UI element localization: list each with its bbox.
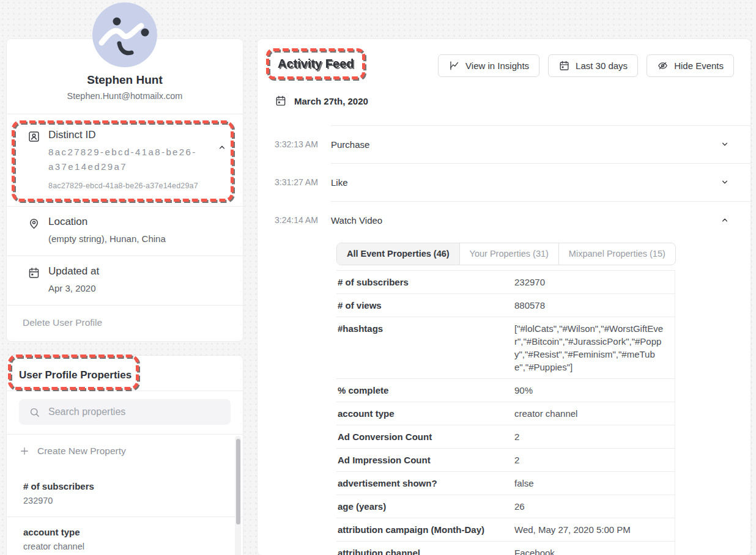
search-properties-input[interactable] bbox=[48, 406, 221, 417]
distinct-id-body: Distinct ID 8ac27829-ebcd-41a8-be26-a37e… bbox=[48, 129, 215, 190]
table-row: # of views 880578 bbox=[336, 294, 675, 317]
property-key: age (years) bbox=[336, 495, 514, 518]
event-properties-panel: All Event Properties (46) Your Propertie… bbox=[336, 243, 675, 555]
property-key: Ad Conversion Count bbox=[336, 425, 514, 448]
distinct-id-full-value: 8ac27829-ebcd-41a8-be26-a37e14ed29a7 bbox=[48, 182, 215, 190]
event-time: 3:32:13 AM bbox=[275, 139, 331, 149]
search-properties-box[interactable] bbox=[19, 399, 231, 425]
table-row: attribution campaign (Month-Day) Wed, Ma… bbox=[336, 518, 675, 542]
button-label: Last 30 days bbox=[576, 61, 628, 71]
property-key: account type bbox=[336, 402, 514, 425]
scrollbar-thumb[interactable] bbox=[236, 439, 240, 524]
chevron-down-icon bbox=[719, 138, 731, 150]
location-pin-icon bbox=[28, 217, 40, 245]
event-name: Like bbox=[331, 177, 348, 188]
button-label: Hide Events bbox=[674, 61, 724, 71]
delete-user-profile-button[interactable]: Delete User Profile bbox=[7, 306, 243, 341]
properties-panel-title: User Profile Properties bbox=[19, 369, 231, 381]
annotation-activity-feed: Activity Feed bbox=[266, 48, 365, 79]
table-row: Ad Impression Count 2 bbox=[336, 449, 675, 472]
location-value: (empty string), Hunan, China bbox=[48, 232, 166, 245]
event-row[interactable]: 3:31:27 AM Like bbox=[258, 163, 750, 201]
eye-off-icon bbox=[657, 60, 669, 72]
event-name: Watch Video bbox=[331, 215, 382, 226]
create-new-property-label: Create New Property bbox=[37, 446, 126, 457]
property-key: % complete bbox=[336, 379, 514, 402]
table-row: # of subscribers 232970 bbox=[336, 271, 675, 294]
updated-at-label: Updated at bbox=[48, 265, 99, 278]
table-row: age (years) 26 bbox=[336, 495, 675, 518]
event-properties-table: # of subscribers 232970 # of views 88057… bbox=[336, 270, 675, 555]
hide-events-button[interactable]: Hide Events bbox=[647, 54, 734, 77]
user-name: Stephen Hunt bbox=[7, 73, 243, 87]
table-row: account type creator channel bbox=[336, 402, 675, 425]
calendar-icon bbox=[275, 95, 287, 107]
activity-feed-panel: Activity Feed View in Insights Last 30 d… bbox=[257, 39, 751, 555]
event-properties-tabs: All Event Properties (46) Your Propertie… bbox=[336, 243, 676, 265]
property-key: # of views bbox=[336, 294, 514, 317]
location-label: Location bbox=[48, 216, 166, 228]
expand-event-button[interactable] bbox=[719, 138, 731, 150]
property-name: account type bbox=[23, 527, 226, 537]
property-value: 2 bbox=[514, 425, 675, 448]
chevron-down-icon bbox=[719, 176, 731, 188]
updated-at-section: Updated at Apr 3, 2020 bbox=[7, 256, 243, 305]
user-email: Stephen.Hunt@hotmailx.com bbox=[7, 91, 243, 114]
table-row: % complete 90% bbox=[336, 379, 675, 402]
date-range-button[interactable]: Last 30 days bbox=[548, 54, 638, 77]
scrollbar-track bbox=[235, 436, 241, 555]
property-value: ["#lolCats","#Wilson","#WorstGiftEver","… bbox=[514, 317, 675, 378]
view-in-insights-button[interactable]: View in Insights bbox=[438, 54, 539, 77]
expand-event-button[interactable] bbox=[719, 176, 731, 188]
date-group-header: March 27th, 2020 bbox=[275, 95, 733, 107]
user-profile-card: Stephen Hunt Stephen.Hunt@hotmailx.com D… bbox=[6, 39, 243, 342]
user-profile-properties-card: User Profile Properties Create New Prope… bbox=[6, 355, 243, 555]
property-item[interactable]: account type creator channel bbox=[7, 517, 243, 555]
event-name: Purchase bbox=[331, 139, 369, 150]
table-row: #hashtags ["#lolCats","#Wilson","#WorstG… bbox=[336, 317, 675, 379]
distinct-id-section: Distinct ID 8ac27829-ebcd-41a8-be26-a37e… bbox=[7, 114, 243, 206]
property-value: false bbox=[514, 472, 675, 494]
property-value: Facebook bbox=[514, 542, 675, 555]
property-value: Wed, May 27, 2020 5:00 PM bbox=[514, 518, 675, 541]
updated-at-value: Apr 3, 2020 bbox=[48, 282, 99, 295]
line-chart-icon bbox=[448, 60, 460, 72]
date-group-label: March 27th, 2020 bbox=[294, 96, 368, 106]
chevron-up-icon bbox=[719, 214, 731, 226]
user-avatar bbox=[92, 2, 157, 67]
plus-icon bbox=[19, 446, 30, 457]
tab-mixpanel-properties[interactable]: Mixpanel Properties (15) bbox=[559, 243, 675, 265]
event-time: 3:31:27 AM bbox=[275, 177, 331, 187]
distinct-id-label: Distinct ID bbox=[48, 129, 215, 141]
search-icon bbox=[29, 406, 40, 418]
property-value: 26 bbox=[514, 495, 675, 518]
properties-title-row: User Profile Properties bbox=[7, 356, 243, 391]
button-label: View in Insights bbox=[465, 61, 529, 71]
calendar-icon bbox=[558, 60, 570, 72]
event-row[interactable]: 3:32:13 AM Purchase bbox=[258, 125, 750, 163]
table-row: attribution channel Facebook bbox=[336, 542, 675, 555]
event-row-expanded[interactable]: 3:24:14 AM Watch Video bbox=[258, 201, 750, 239]
table-row: Ad Conversion Count 2 bbox=[336, 425, 675, 449]
id-badge-icon bbox=[28, 130, 40, 190]
property-item[interactable]: # of subscribers 232970 bbox=[7, 471, 243, 517]
collapse-event-button[interactable] bbox=[719, 214, 731, 226]
calendar-icon bbox=[28, 266, 40, 295]
profile-sidebar: Stephen Hunt Stephen.Hunt@hotmailx.com D… bbox=[6, 39, 243, 555]
table-row: advertisement shown? false bbox=[336, 472, 675, 495]
property-value: 90% bbox=[514, 379, 675, 402]
tab-your-properties[interactable]: Your Properties (31) bbox=[460, 243, 559, 265]
property-key: # of subscribers bbox=[336, 271, 514, 293]
property-value: 2 bbox=[514, 449, 675, 471]
property-key: Ad Impression Count bbox=[336, 449, 514, 471]
tab-all-event-properties[interactable]: All Event Properties (46) bbox=[337, 243, 460, 265]
chevron-up-icon bbox=[216, 141, 228, 153]
property-key: advertisement shown? bbox=[336, 472, 514, 494]
property-value: creator channel bbox=[514, 402, 675, 425]
create-new-property-button[interactable]: Create New Property bbox=[7, 435, 243, 471]
property-key: attribution campaign (Month-Day) bbox=[336, 518, 514, 541]
property-name: # of subscribers bbox=[23, 481, 226, 491]
smiley-chart-avatar-icon bbox=[92, 2, 157, 67]
location-section: Location (empty string), Hunan, China bbox=[7, 207, 243, 255]
collapse-distinct-id-button[interactable] bbox=[216, 141, 229, 155]
